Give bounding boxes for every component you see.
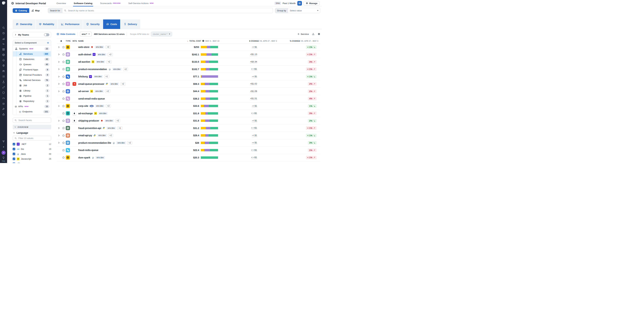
add-component-button[interactable] bbox=[47, 42, 49, 44]
top-nav-self-service-actions[interactable]: Self-Service ActionsNEW bbox=[128, 0, 154, 7]
service-name-link[interactable]: email-queue-processor bbox=[78, 83, 104, 85]
sidebar-item-queues[interactable]: Queues40 bbox=[13, 62, 51, 67]
favorite-star-icon[interactable] bbox=[61, 60, 66, 63]
favorite-star-icon[interactable] bbox=[61, 149, 66, 152]
checkbox-checked[interactable] bbox=[13, 162, 15, 163]
nav-gauge-icon[interactable] bbox=[1, 95, 6, 101]
favorite-star-icon[interactable] bbox=[61, 82, 66, 85]
sidebar-item-external-providers[interactable]: External Providers9 bbox=[13, 72, 51, 78]
env-chip[interactable]: env:dev bbox=[95, 46, 104, 49]
favorite-star-icon[interactable] bbox=[61, 97, 66, 100]
more-envs-chip[interactable]: +2 bbox=[120, 82, 126, 86]
checkbox-checked[interactable] bbox=[13, 153, 15, 155]
sidebar-item-datastores[interactable]: Datastores43 bbox=[13, 57, 51, 62]
sidebar-item-job[interactable]: Job2 bbox=[13, 83, 51, 88]
service-name-link[interactable]: dsm-spark bbox=[78, 156, 90, 159]
expand-chevron-icon[interactable] bbox=[58, 120, 60, 122]
top-nav-overview[interactable]: Overview bbox=[56, 0, 66, 7]
add-service-button[interactable]: Service bbox=[297, 33, 309, 35]
expand-chevron-icon[interactable] bbox=[58, 76, 60, 78]
facet-search-input[interactable] bbox=[18, 119, 49, 122]
service-name-link[interactable]: send-email-redis-queue bbox=[78, 97, 105, 100]
env-chip[interactable]: env:dev bbox=[97, 134, 107, 137]
nav-traces-icon[interactable] bbox=[1, 41, 6, 47]
sidebar-item-frontend-apps[interactable]: Frontend Apps9 bbox=[13, 67, 51, 72]
nav-metrics-icon[interactable] bbox=[1, 36, 6, 41]
service-name-link[interactable]: fraud-redis-queue bbox=[78, 149, 98, 151]
favorite-star-icon[interactable] bbox=[61, 156, 66, 159]
language-option-php[interactable]: phpPHP3 bbox=[13, 161, 51, 163]
help-label[interactable]: Help bbox=[2, 160, 6, 162]
service-name-link[interactable]: corp-site bbox=[78, 105, 88, 107]
more-envs-chip[interactable]: +2 bbox=[106, 45, 110, 49]
expand-chevron-icon[interactable] bbox=[58, 61, 60, 63]
nav-wrench-icon[interactable] bbox=[1, 106, 6, 112]
top-nav-software-catalog[interactable]: Software Catalog bbox=[74, 0, 92, 7]
env-chip[interactable]: env:dev bbox=[98, 112, 108, 115]
help-bulb-icon[interactable] bbox=[1, 155, 6, 160]
checkbox-checked[interactable] bbox=[13, 157, 15, 160]
tab-performance[interactable]: Performance bbox=[58, 20, 83, 29]
dollar-change-column-header[interactable]: $ CHANGE VS. APR 27 - MAY 3 bbox=[229, 40, 277, 42]
nav-plant-icon[interactable] bbox=[1, 139, 6, 144]
pause-button[interactable] bbox=[297, 1, 302, 6]
more-envs-chip[interactable]: +2 bbox=[123, 68, 128, 71]
service-name-link[interactable]: web-store bbox=[78, 46, 90, 48]
sidebar-item-services[interactable]: Services469 bbox=[13, 51, 51, 57]
expand-chevron-icon[interactable] bbox=[58, 142, 60, 144]
service-name-link[interactable]: auth-dotnet bbox=[78, 53, 91, 56]
service-name-link[interactable]: product-recommendation bbox=[78, 68, 107, 71]
view-catalog-button[interactable]: Catalog bbox=[13, 8, 29, 13]
sidebar-item-systems[interactable]: SystemsNEW22 bbox=[13, 46, 51, 51]
tab-costs[interactable]: $Costs bbox=[103, 20, 120, 29]
env-chip[interactable]: env:dev bbox=[106, 127, 116, 130]
env-chip[interactable]: env:dev bbox=[112, 68, 122, 71]
tab-ownership[interactable]: Ownership bbox=[13, 20, 35, 29]
nav-bug-icon[interactable] bbox=[1, 101, 6, 106]
search-input[interactable] bbox=[68, 9, 271, 12]
top-nav-scorecards[interactable]: ScorecardsPREVIEW bbox=[100, 0, 120, 7]
expand-chevron-icon[interactable] bbox=[58, 53, 60, 56]
service-name-link[interactable]: fraud-prevention-api bbox=[78, 127, 101, 129]
favorite-star-icon[interactable] bbox=[61, 68, 66, 71]
service-name-link[interactable]: ad-auction bbox=[78, 60, 90, 63]
nav-infrastructure-icon[interactable] bbox=[1, 52, 6, 58]
nav-monitors-icon[interactable] bbox=[1, 58, 6, 63]
cluster-scope-dropdown[interactable]: cluster_name:* bbox=[151, 32, 172, 37]
language-filter-input[interactable] bbox=[18, 137, 49, 140]
favorite-star-icon[interactable] bbox=[61, 119, 66, 122]
nav-security-icon[interactable] bbox=[1, 90, 6, 95]
total-cost-column-header[interactable]: ↓ TOTAL COST MAY 4 - MAY 10 bbox=[180, 40, 220, 42]
nav-rum-icon[interactable] bbox=[1, 68, 6, 74]
expand-chevron-icon[interactable] bbox=[58, 83, 60, 85]
favorite-star-icon[interactable] bbox=[61, 112, 66, 115]
env-filter-dropdown[interactable]: env:* bbox=[80, 32, 92, 37]
my-teams-toggle[interactable] bbox=[44, 33, 49, 36]
language-option--net[interactable]: .NET.NET12 bbox=[13, 142, 51, 146]
more-envs-chip[interactable]: +2 bbox=[105, 90, 110, 93]
more-envs-chip[interactable]: +2 bbox=[115, 119, 120, 122]
favorite-star-icon[interactable] bbox=[61, 75, 66, 78]
env-chip[interactable]: env:dev bbox=[96, 156, 105, 159]
sidebar-item-apis[interactable]: {/}APIsNEW15 bbox=[13, 104, 51, 109]
datadog-logo-icon[interactable] bbox=[0, 0, 7, 7]
more-envs-chip[interactable]: +1 bbox=[104, 75, 109, 78]
tab-security[interactable]: Security bbox=[83, 20, 103, 29]
table-settings-gear-icon[interactable] bbox=[318, 33, 320, 35]
service-name-link[interactable]: shipping-producer bbox=[78, 119, 99, 122]
language-option-javascript[interactable]: JSJavascript26 bbox=[13, 156, 51, 161]
favorite-star-icon[interactable] bbox=[61, 46, 66, 49]
service-name-link[interactable]: email-api-py bbox=[78, 134, 92, 137]
env-chip[interactable]: env:dev bbox=[93, 75, 103, 78]
nav-robot-icon[interactable] bbox=[1, 112, 6, 117]
expand-chevron-icon[interactable] bbox=[58, 127, 60, 129]
more-envs-chip[interactable]: +2 bbox=[108, 53, 113, 56]
favorite-star-icon[interactable] bbox=[61, 127, 66, 129]
service-name-link[interactable]: ad-exchange bbox=[78, 112, 93, 115]
service-name-link[interactable]: ad-server bbox=[78, 90, 89, 93]
env-chip[interactable]: env:dev bbox=[94, 90, 104, 93]
env-chip[interactable]: env:dev bbox=[96, 60, 105, 63]
nav-sparkle-icon[interactable] bbox=[1, 144, 6, 150]
favorite-star-icon[interactable] bbox=[61, 90, 66, 93]
favorite-star-icon[interactable] bbox=[61, 105, 66, 107]
